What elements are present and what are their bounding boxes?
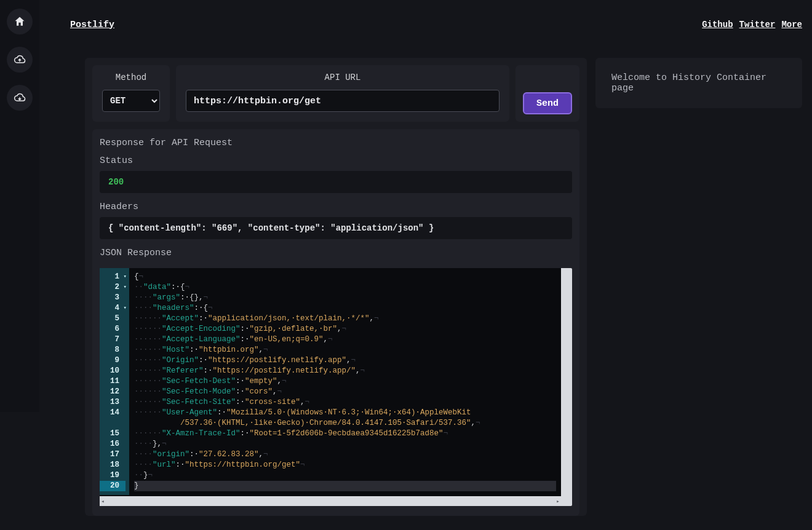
status-label: Status [92,153,579,171]
response-card: Response for API Request Status 200 Head… [92,129,579,516]
json-editor[interactable]: 1234567891011121314151617181920 {¬··"dat… [100,268,572,506]
scroll-left-icon[interactable]: ◂ [100,496,106,506]
request-button[interactable] [7,47,33,73]
url-input[interactable] [186,90,500,112]
status-pill: 200 [100,171,572,193]
method-select[interactable]: GETPOSTPUTPATCHDELETE [102,90,160,112]
send-button[interactable]: Send [523,92,572,114]
url-box: API URL [176,65,509,122]
editor-horizontal-scrollbar[interactable]: ◂ ▸ [100,496,561,506]
scroll-right-icon[interactable]: ▸ [555,496,561,506]
topbar: Postlify Github Twitter More [39,0,812,49]
status-value: 200 [108,177,124,187]
method-label: Method [102,73,160,82]
method-box: Method GETPOSTPUTPATCHDELETE [92,65,170,122]
headers-label: Headers [92,199,579,217]
cloud-up-icon [14,53,26,66]
editor-code[interactable]: {¬··"data":·{¬····"args":·{},¬····"heade… [129,268,561,495]
headers-value: { "content-length": "669", "content-type… [108,223,434,233]
home-icon [14,15,26,28]
home-button[interactable] [7,9,33,34]
top-links: Github Twitter More [702,20,802,30]
editor-gutter[interactable]: 1234567891011121314151617181920 [100,268,129,495]
page-body: Method GETPOSTPUTPATCHDELETE API URL Sen… [39,49,812,530]
headers-pill: { "content-length": "669", "content-type… [100,217,572,239]
response-title: Response for API Request [92,135,579,153]
url-label: API URL [186,73,500,82]
main-card: Method GETPOSTPUTPATCHDELETE API URL Sen… [85,58,587,516]
twitter-link[interactable]: Twitter [739,20,776,30]
history-welcome-text: Welcome to History Container page [611,73,766,93]
brand-link[interactable]: Postlify [70,20,114,30]
response-button[interactable] [7,85,33,111]
request-row: Method GETPOSTPUTPATCHDELETE API URL Sen… [85,58,587,129]
json-label: JSON Response [92,245,579,263]
github-link[interactable]: Github [702,20,733,30]
sidebar-rail [0,0,39,412]
more-link[interactable]: More [781,20,802,30]
cloud-down-icon [14,92,26,104]
send-box: Send [515,65,579,122]
history-card: Welcome to History Container page [595,58,802,108]
